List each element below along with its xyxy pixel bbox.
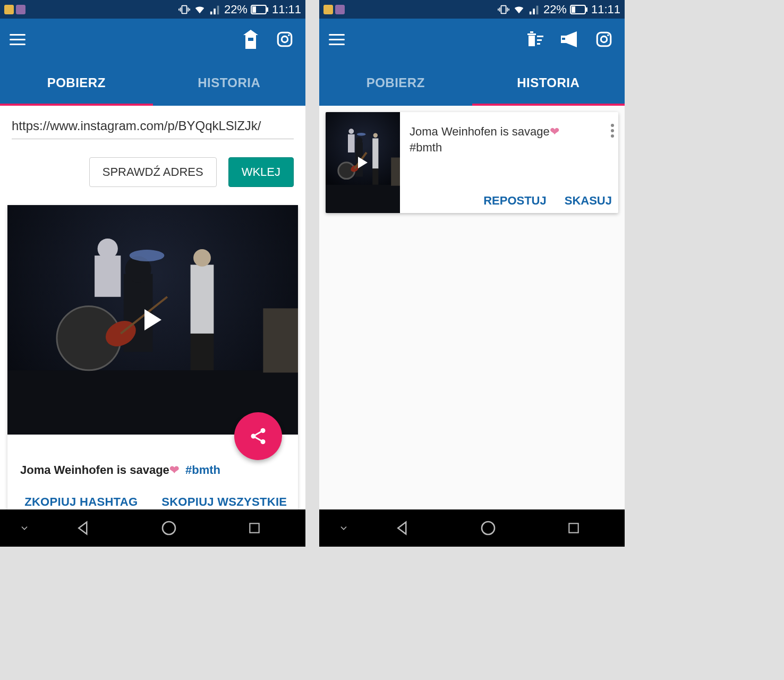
notification-icon [323, 5, 333, 14]
svg-rect-22 [572, 6, 575, 13]
svg-rect-2 [214, 8, 216, 14]
svg-rect-7 [248, 38, 253, 41]
download-content: SPRAWDŹ ADRES WKLEJ Joma Weinhofen is sa… [0, 106, 305, 509]
nav-expand-icon[interactable] [328, 523, 360, 533]
nav-back-button[interactable] [360, 520, 445, 536]
notification-icon [4, 5, 14, 14]
history-item: Joma Weinhofen is savage❤ #bmth REPOSTUJ… [326, 112, 618, 213]
play-icon [144, 309, 161, 330]
app-toolbar [319, 19, 625, 60]
svg-point-9 [282, 36, 287, 42]
menu-icon[interactable] [10, 34, 25, 45]
status-bar: 22% 11:11 [319, 0, 625, 19]
svg-rect-6 [252, 6, 256, 13]
nav-home-button[interactable] [126, 520, 211, 537]
nav-bar [0, 509, 305, 547]
preview-media[interactable] [7, 205, 298, 435]
caption-text: Joma Weinhofen is savage [410, 125, 550, 138]
battery-percent: 22% [224, 3, 248, 16]
menu-icon[interactable] [329, 34, 345, 45]
notification-icon [16, 5, 25, 14]
history-thumbnail[interactable] [326, 112, 400, 213]
nav-bar [319, 509, 625, 547]
heart-icon: ❤ [169, 463, 179, 477]
svg-rect-18 [533, 8, 535, 14]
clock: 11:11 [272, 3, 301, 16]
tab-bar: POBIERZ HISTORIA [319, 60, 625, 106]
svg-point-30 [482, 522, 495, 534]
copy-all-button[interactable]: SKOPIUJ WSZYSTKIE [157, 495, 292, 509]
svg-point-10 [288, 35, 289, 36]
svg-rect-5 [267, 7, 268, 12]
svg-point-12 [251, 434, 256, 439]
svg-rect-31 [569, 523, 578, 532]
history-actions: REPOSTUJ SKASUJ [410, 184, 612, 208]
svg-rect-26 [562, 38, 565, 40]
vibrate-icon [178, 4, 190, 15]
svg-rect-17 [530, 11, 532, 14]
screen-history: 22% 11:11 POBIERZ HISTORIA [319, 0, 625, 547]
svg-rect-15 [250, 523, 259, 532]
nav-expand-icon[interactable] [8, 523, 40, 533]
share-fab[interactable] [234, 412, 282, 460]
clear-list-icon[interactable] [525, 28, 547, 50]
svg-rect-1 [210, 11, 212, 14]
svg-rect-0 [182, 5, 186, 13]
ads-icon[interactable] [559, 28, 581, 50]
status-notifications [4, 5, 25, 14]
check-address-button[interactable]: SPRAWDŹ ADRES [89, 157, 217, 187]
svg-point-13 [261, 439, 266, 444]
svg-rect-24 [537, 39, 542, 41]
tab-label: POBIERZ [367, 75, 425, 90]
app-toolbar [0, 19, 305, 60]
tab-label: HISTORIA [517, 75, 580, 90]
battery-icon [251, 5, 269, 14]
tab-label: HISTORIA [198, 75, 260, 90]
nav-back-button[interactable] [40, 520, 126, 536]
play-icon [358, 157, 368, 168]
history-content: Joma Weinhofen is savage❤ #bmth REPOSTUJ… [319, 106, 625, 509]
status-bar: 22% 11:11 [0, 0, 305, 19]
tab-history[interactable]: HISTORIA [153, 60, 306, 106]
history-caption: Joma Weinhofen is savage❤ #bmth [410, 124, 612, 155]
tab-label: POBIERZ [47, 75, 106, 90]
nav-home-button[interactable] [445, 520, 531, 537]
notification-icon [335, 5, 345, 14]
tab-bar: POBIERZ HISTORIA [0, 60, 305, 106]
instagram-icon[interactable] [274, 28, 296, 50]
preview-actions: ZKOPIUJ HASHTAG SKOPIUJ WSZYSTKIE [7, 483, 298, 509]
copy-hashtag-button[interactable]: ZKOPIUJ HASHTAG [14, 495, 149, 509]
paste-button[interactable]: WKLEJ [228, 157, 294, 187]
nav-recent-button[interactable] [211, 521, 297, 535]
url-input[interactable] [12, 113, 294, 139]
caption-text: Joma Weinhofen is savage [20, 463, 169, 477]
signal-icon [529, 4, 540, 15]
tab-history[interactable]: HISTORIA [472, 60, 625, 106]
caption-hashtag: #bmth [410, 141, 442, 154]
svg-rect-19 [536, 5, 539, 14]
svg-rect-25 [537, 43, 540, 45]
nav-recent-button[interactable] [531, 521, 616, 535]
signal-icon [209, 4, 221, 15]
battery-icon [570, 5, 588, 14]
delete-button[interactable]: SKASUJ [565, 194, 612, 208]
ads-icon[interactable] [240, 28, 262, 50]
clock: 11:11 [591, 3, 620, 16]
more-icon[interactable] [611, 124, 614, 138]
wifi-icon [513, 4, 525, 15]
tab-download[interactable]: POBIERZ [0, 60, 153, 106]
screen-download: 22% 11:11 POBIERZ HISTORIA SPRAWDŹ ADRES… [0, 0, 305, 547]
battery-percent: 22% [543, 3, 567, 16]
caption-hashtag: #bmth [185, 463, 220, 477]
preview-card: Joma Weinhofen is savage❤ #bmth ZKOPIUJ … [7, 205, 298, 509]
vibrate-icon [498, 4, 509, 15]
svg-point-11 [261, 428, 266, 433]
heart-icon: ❤ [550, 125, 559, 138]
tab-download[interactable]: POBIERZ [319, 60, 472, 106]
svg-point-29 [607, 35, 609, 36]
repost-button[interactable]: REPOSTUJ [483, 194, 547, 208]
instagram-icon[interactable] [593, 28, 615, 50]
svg-rect-3 [217, 5, 219, 14]
svg-rect-16 [501, 5, 506, 13]
svg-point-14 [163, 522, 175, 534]
